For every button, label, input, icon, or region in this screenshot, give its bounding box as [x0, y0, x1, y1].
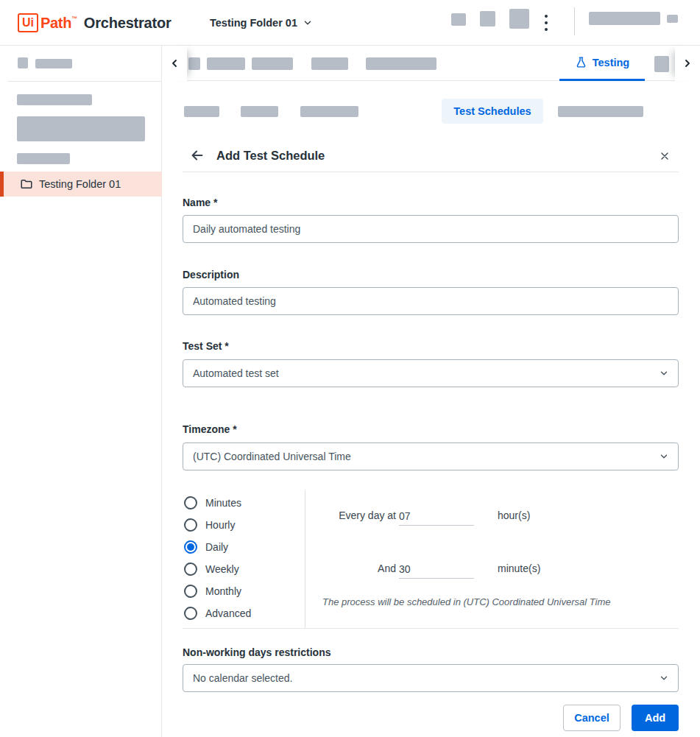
- name-label: Name *: [183, 197, 217, 208]
- chevron-down-icon: [659, 451, 669, 462]
- sidebar-menu-placeholder-label: [35, 59, 72, 68]
- radio-monthly-label: Monthly: [205, 585, 241, 597]
- subtab-test-schedules-label: Test Schedules: [453, 105, 531, 117]
- tab-placeholder-1[interactable]: [207, 57, 245, 70]
- folder-icon: [20, 177, 33, 191]
- minutes-prefix-label: And: [322, 563, 396, 574]
- kebab-menu-icon[interactable]: [542, 15, 550, 31]
- tab-placeholder-5[interactable]: [654, 56, 669, 72]
- header-action-placeholder-1[interactable]: [451, 13, 466, 26]
- radio-advanced-label: Advanced: [205, 607, 251, 619]
- recurrence-bottom-divider: [183, 628, 679, 629]
- tab-scroll-left-button[interactable]: [162, 46, 187, 81]
- radio-advanced[interactable]: Advanced: [184, 606, 251, 621]
- header-small-placeholder[interactable]: [667, 15, 678, 23]
- top-header: Ui Path™ Orchestrator Testing Folder 01: [0, 0, 700, 46]
- subtab-placeholder-2[interactable]: [241, 106, 278, 117]
- sidebar-item-placeholder-2[interactable]: [17, 116, 145, 141]
- non-working-days-select[interactable]: No calendar selected.: [183, 664, 679, 692]
- uipath-logo-path: Path: [40, 15, 71, 31]
- radio-hourly[interactable]: Hourly: [184, 518, 235, 532]
- back-button[interactable]: [187, 145, 208, 166]
- minutes-suffix-label: minute(s): [498, 563, 540, 574]
- sidebar-divider: [7, 81, 162, 82]
- radio-circle: [184, 563, 197, 576]
- orchestrator-app: Ui Path™ Orchestrator Testing Folder 01: [0, 0, 700, 737]
- header-action-placeholder-3[interactable]: [509, 9, 529, 29]
- timezone-value: (UTC) Coordinated Universal Time: [193, 451, 351, 462]
- test-set-value: Automated test set: [193, 367, 279, 379]
- timezone-label: Timezone *: [183, 423, 237, 435]
- folder-selector-label: Testing Folder 01: [210, 17, 297, 29]
- header-action-placeholder-2[interactable]: [480, 11, 495, 27]
- hours-suffix-label: hour(s): [498, 509, 530, 521]
- radio-weekly-label: Weekly: [205, 563, 239, 575]
- radio-daily-label: Daily: [205, 541, 228, 553]
- tab-placeholder-4[interactable]: [366, 57, 436, 70]
- panel-header-divider: [183, 172, 679, 172]
- trademark-symbol: ™: [71, 15, 77, 22]
- description-label: Description: [183, 269, 239, 281]
- chevron-left-icon: [169, 57, 180, 69]
- non-working-days-label: Non-working days restrictions: [183, 646, 330, 658]
- minutes-input[interactable]: [399, 560, 474, 579]
- close-icon: [659, 150, 671, 162]
- sidebar-item-testing-folder[interactable]: Testing Folder 01: [0, 172, 162, 197]
- hours-prefix-label: Every day at: [322, 509, 396, 521]
- non-working-days-value: No calendar selected.: [193, 672, 292, 684]
- radio-minutes[interactable]: Minutes: [184, 496, 241, 510]
- radio-circle: [184, 518, 197, 532]
- uipath-logo-mark: Ui: [18, 13, 38, 32]
- tab-placeholder-icon[interactable]: [188, 57, 200, 70]
- radio-circle: [184, 607, 197, 620]
- tab-scroll-right-button[interactable]: [675, 46, 700, 81]
- sidebar-item-placeholder-1[interactable]: [17, 94, 92, 105]
- radio-minutes-label: Minutes: [205, 497, 241, 509]
- chevron-down-icon: [659, 673, 669, 683]
- cancel-button[interactable]: Cancel: [563, 705, 621, 731]
- subtab-placeholder-1[interactable]: [184, 106, 219, 117]
- header-tenant-placeholder[interactable]: [589, 12, 660, 25]
- subtab-test-schedules[interactable]: Test Schedules: [442, 99, 543, 124]
- radio-daily[interactable]: Daily: [184, 540, 228, 554]
- sidebar: Testing Folder 01: [0, 46, 162, 737]
- radio-weekly[interactable]: Weekly: [184, 562, 239, 576]
- uipath-logo: Ui Path™ Orchestrator: [18, 0, 172, 46]
- chevron-right-icon: [682, 57, 693, 69]
- test-set-label: Test Set *: [183, 340, 229, 352]
- radio-circle: [184, 585, 197, 598]
- hours-input[interactable]: [399, 507, 474, 526]
- sidebar-item-placeholder-3[interactable]: [17, 153, 70, 164]
- test-set-select[interactable]: Automated test set: [183, 359, 679, 387]
- header-divider: [574, 7, 575, 35]
- subtab-placeholder-3[interactable]: [300, 106, 358, 117]
- folder-selector[interactable]: Testing Folder 01: [210, 0, 313, 46]
- arrow-left-icon: [189, 147, 205, 163]
- chevron-down-icon: [659, 368, 669, 378]
- radio-hourly-label: Hourly: [205, 519, 235, 531]
- tab-placeholder-2[interactable]: [252, 57, 293, 70]
- flask-icon: [575, 56, 587, 68]
- product-name: Orchestrator: [84, 15, 172, 32]
- tab-placeholder-3[interactable]: [311, 57, 348, 70]
- add-button[interactable]: Add: [632, 705, 679, 731]
- recurrence-divider: [305, 490, 305, 629]
- timezone-select[interactable]: (UTC) Coordinated Universal Time: [183, 442, 679, 470]
- tab-testing[interactable]: Testing: [559, 46, 645, 81]
- radio-circle: [184, 496, 197, 509]
- close-button[interactable]: [656, 147, 674, 165]
- tab-testing-label: Testing: [593, 57, 629, 68]
- schedule-timezone-note: The process will be scheduled in (UTC) C…: [322, 596, 611, 607]
- name-input[interactable]: [183, 215, 679, 243]
- radio-monthly[interactable]: Monthly: [184, 584, 241, 599]
- sidebar-menu-placeholder-icon[interactable]: [18, 57, 28, 68]
- panel-title: Add Test Schedule: [216, 149, 325, 163]
- subtab-placeholder-4[interactable]: [558, 106, 643, 117]
- description-input[interactable]: [183, 287, 679, 315]
- chevron-down-icon: [303, 18, 313, 28]
- radio-circle-selected: [184, 540, 197, 554]
- sidebar-item-label: Testing Folder 01: [39, 178, 121, 190]
